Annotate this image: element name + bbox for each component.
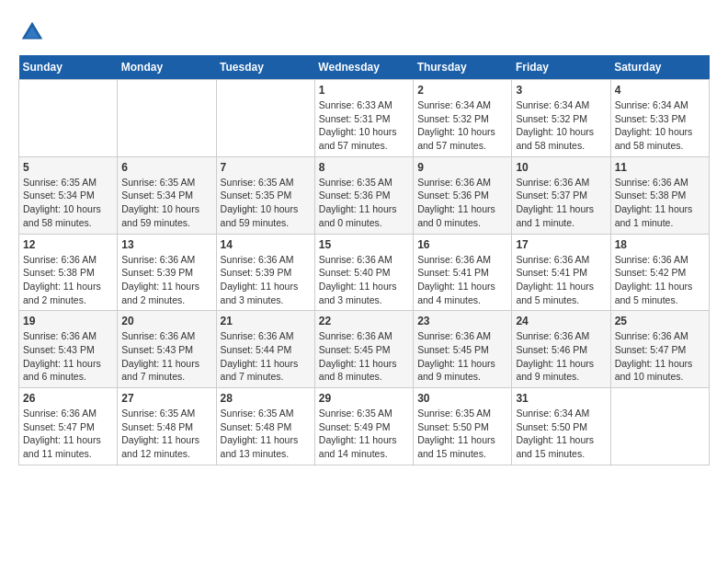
weekday-header: Monday <box>118 55 216 80</box>
calendar-day-cell: 24Sunrise: 6:36 AMSunset: 5:46 PMDayligh… <box>512 311 610 388</box>
day-number: 23 <box>417 315 507 327</box>
calendar-day-cell: 27Sunrise: 6:35 AMSunset: 5:48 PMDayligh… <box>118 388 216 465</box>
day-number: 2 <box>417 84 507 97</box>
day-number: 28 <box>221 392 311 405</box>
calendar-day-cell: 16Sunrise: 6:36 AMSunset: 5:41 PMDayligh… <box>414 234 512 311</box>
day-info: Sunrise: 6:36 AMSunset: 5:44 PMDaylight:… <box>221 329 311 384</box>
calendar-day-cell: 8Sunrise: 6:35 AMSunset: 5:36 PMDaylight… <box>314 156 413 234</box>
logo-icon <box>18 18 46 46</box>
day-number: 26 <box>23 392 113 405</box>
day-number: 3 <box>516 84 606 97</box>
weekday-header-row: SundayMondayTuesdayWednesdayThursdayFrid… <box>19 55 710 80</box>
calendar-week-row: 5Sunrise: 6:35 AMSunset: 5:34 PMDaylight… <box>19 156 710 234</box>
day-info: Sunrise: 6:36 AMSunset: 5:42 PMDaylight:… <box>615 253 705 307</box>
day-info: Sunrise: 6:36 AMSunset: 5:37 PMDaylight:… <box>516 176 606 230</box>
day-info: Sunrise: 6:33 AMSunset: 5:31 PMDaylight:… <box>319 98 409 153</box>
day-info: Sunrise: 6:36 AMSunset: 5:41 PMDaylight:… <box>417 253 507 307</box>
calendar-week-row: 26Sunrise: 6:36 AMSunset: 5:47 PMDayligh… <box>19 388 710 465</box>
calendar-day-cell: 2Sunrise: 6:34 AMSunset: 5:32 PMDaylight… <box>414 80 512 157</box>
day-number: 16 <box>417 238 507 251</box>
day-info: Sunrise: 6:34 AMSunset: 5:32 PMDaylight:… <box>516 98 606 153</box>
calendar-day-cell <box>118 80 216 157</box>
day-info: Sunrise: 6:35 AMSunset: 5:34 PMDaylight:… <box>121 176 211 230</box>
calendar-day-cell: 11Sunrise: 6:36 AMSunset: 5:38 PMDayligh… <box>610 156 709 234</box>
day-info: Sunrise: 6:35 AMSunset: 5:48 PMDaylight:… <box>221 407 311 461</box>
weekday-header: Thursday <box>414 55 512 80</box>
day-number: 30 <box>417 392 507 405</box>
calendar-day-cell: 26Sunrise: 6:36 AMSunset: 5:47 PMDayligh… <box>19 388 118 465</box>
day-info: Sunrise: 6:36 AMSunset: 5:39 PMDaylight:… <box>121 253 211 307</box>
calendar-day-cell <box>610 388 709 465</box>
day-number: 12 <box>23 238 113 251</box>
calendar-day-cell: 20Sunrise: 6:36 AMSunset: 5:43 PMDayligh… <box>118 311 216 388</box>
day-info: Sunrise: 6:36 AMSunset: 5:45 PMDaylight:… <box>417 329 507 384</box>
day-number: 15 <box>319 238 409 251</box>
logo <box>18 18 50 46</box>
day-number: 10 <box>516 161 606 174</box>
day-number: 5 <box>23 161 113 174</box>
day-info: Sunrise: 6:36 AMSunset: 5:45 PMDaylight:… <box>319 329 409 384</box>
day-number: 29 <box>319 392 409 405</box>
calendar-week-row: 19Sunrise: 6:36 AMSunset: 5:43 PMDayligh… <box>19 311 710 388</box>
day-info: Sunrise: 6:36 AMSunset: 5:41 PMDaylight:… <box>516 253 606 307</box>
calendar-day-cell: 13Sunrise: 6:36 AMSunset: 5:39 PMDayligh… <box>118 234 216 311</box>
day-info: Sunrise: 6:35 AMSunset: 5:49 PMDaylight:… <box>319 407 409 461</box>
weekday-header: Tuesday <box>216 55 314 80</box>
weekday-header: Friday <box>512 55 610 80</box>
day-info: Sunrise: 6:36 AMSunset: 5:39 PMDaylight:… <box>221 253 311 307</box>
day-info: Sunrise: 6:36 AMSunset: 5:38 PMDaylight:… <box>23 253 113 307</box>
weekday-header: Wednesday <box>314 55 413 80</box>
calendar-day-cell: 4Sunrise: 6:34 AMSunset: 5:33 PMDaylight… <box>610 80 709 157</box>
calendar-day-cell: 31Sunrise: 6:34 AMSunset: 5:50 PMDayligh… <box>512 388 610 465</box>
calendar-day-cell <box>216 80 314 157</box>
calendar-day-cell: 3Sunrise: 6:34 AMSunset: 5:32 PMDaylight… <box>512 80 610 157</box>
weekday-header: Saturday <box>610 55 709 80</box>
day-number: 7 <box>221 161 311 174</box>
calendar-week-row: 12Sunrise: 6:36 AMSunset: 5:38 PMDayligh… <box>19 234 710 311</box>
day-number: 17 <box>516 238 606 251</box>
calendar-day-cell: 6Sunrise: 6:35 AMSunset: 5:34 PMDaylight… <box>118 156 216 234</box>
day-number: 8 <box>319 161 409 174</box>
day-info: Sunrise: 6:36 AMSunset: 5:47 PMDaylight:… <box>615 329 705 384</box>
day-info: Sunrise: 6:35 AMSunset: 5:34 PMDaylight:… <box>23 176 113 230</box>
calendar-day-cell: 12Sunrise: 6:36 AMSunset: 5:38 PMDayligh… <box>19 234 118 311</box>
day-info: Sunrise: 6:34 AMSunset: 5:50 PMDaylight:… <box>516 407 606 461</box>
day-number: 22 <box>319 315 409 327</box>
day-info: Sunrise: 6:34 AMSunset: 5:33 PMDaylight:… <box>615 98 705 153</box>
day-number: 25 <box>615 315 705 327</box>
day-info: Sunrise: 6:35 AMSunset: 5:36 PMDaylight:… <box>319 176 409 230</box>
day-info: Sunrise: 6:36 AMSunset: 5:40 PMDaylight:… <box>319 253 409 307</box>
calendar-day-cell: 7Sunrise: 6:35 AMSunset: 5:35 PMDaylight… <box>216 156 314 234</box>
day-number: 14 <box>221 238 311 251</box>
day-info: Sunrise: 6:35 AMSunset: 5:50 PMDaylight:… <box>417 407 507 461</box>
weekday-header: Sunday <box>19 55 118 80</box>
day-number: 13 <box>121 238 211 251</box>
calendar-day-cell: 30Sunrise: 6:35 AMSunset: 5:50 PMDayligh… <box>414 388 512 465</box>
day-number: 31 <box>516 392 606 405</box>
day-number: 19 <box>23 315 113 327</box>
calendar-day-cell: 17Sunrise: 6:36 AMSunset: 5:41 PMDayligh… <box>512 234 610 311</box>
page-header <box>18 18 710 46</box>
day-number: 21 <box>221 315 311 327</box>
day-info: Sunrise: 6:36 AMSunset: 5:43 PMDaylight:… <box>23 329 113 384</box>
calendar-week-row: 1Sunrise: 6:33 AMSunset: 5:31 PMDaylight… <box>19 80 710 157</box>
calendar-day-cell: 28Sunrise: 6:35 AMSunset: 5:48 PMDayligh… <box>216 388 314 465</box>
calendar-day-cell: 5Sunrise: 6:35 AMSunset: 5:34 PMDaylight… <box>19 156 118 234</box>
calendar-table: SundayMondayTuesdayWednesdayThursdayFrid… <box>18 55 710 465</box>
day-info: Sunrise: 6:36 AMSunset: 5:43 PMDaylight:… <box>121 329 211 384</box>
day-number: 18 <box>615 238 705 251</box>
calendar-day-cell: 10Sunrise: 6:36 AMSunset: 5:37 PMDayligh… <box>512 156 610 234</box>
day-number: 24 <box>516 315 606 327</box>
day-info: Sunrise: 6:36 AMSunset: 5:47 PMDaylight:… <box>23 407 113 461</box>
calendar-day-cell: 18Sunrise: 6:36 AMSunset: 5:42 PMDayligh… <box>610 234 709 311</box>
day-number: 9 <box>417 161 507 174</box>
calendar-day-cell: 19Sunrise: 6:36 AMSunset: 5:43 PMDayligh… <box>19 311 118 388</box>
calendar-day-cell <box>19 80 118 157</box>
calendar-day-cell: 15Sunrise: 6:36 AMSunset: 5:40 PMDayligh… <box>314 234 413 311</box>
day-info: Sunrise: 6:35 AMSunset: 5:35 PMDaylight:… <box>221 176 311 230</box>
calendar-day-cell: 23Sunrise: 6:36 AMSunset: 5:45 PMDayligh… <box>414 311 512 388</box>
day-number: 11 <box>615 161 705 174</box>
calendar-day-cell: 22Sunrise: 6:36 AMSunset: 5:45 PMDayligh… <box>314 311 413 388</box>
day-info: Sunrise: 6:35 AMSunset: 5:48 PMDaylight:… <box>121 407 211 461</box>
day-info: Sunrise: 6:36 AMSunset: 5:36 PMDaylight:… <box>417 176 507 230</box>
